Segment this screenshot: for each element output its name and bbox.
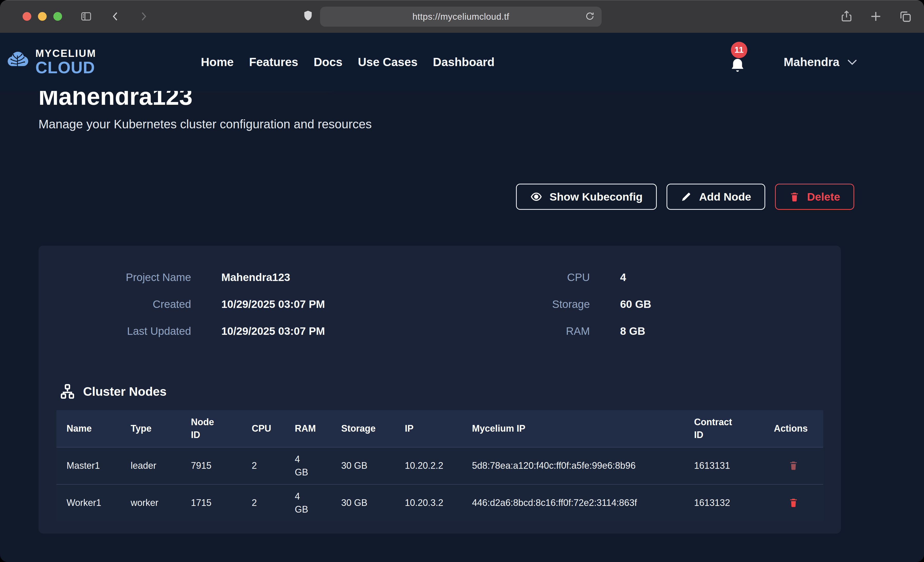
network-icon (60, 383, 75, 399)
add-node-label: Add Node (699, 191, 751, 203)
user-menu[interactable]: Mahendra (784, 55, 857, 69)
node-ram: 4 GB (285, 448, 331, 483)
maximize-window-button[interactable] (53, 12, 62, 21)
node-cpu: 2 (242, 492, 285, 514)
header-actions: Actions (764, 417, 823, 439)
user-name: Mahendra (784, 55, 839, 69)
node-ram: 4 GB (285, 486, 331, 520)
header-node-id: Node ID (181, 411, 242, 446)
nav-link-dashboard[interactable]: Dashboard (433, 55, 495, 69)
notifications-button[interactable]: 11 (728, 48, 747, 76)
cluster-nodes-table: Name Type Node ID CPU RAM Storage IP Myc… (56, 410, 823, 521)
browser-toolbar: https://myceliumcloud.tf (0, 0, 924, 33)
tab-overview-icon[interactable] (898, 9, 912, 24)
header-cpu: CPU (242, 417, 285, 439)
node-contract-id: 1613131 (684, 455, 764, 477)
main-navigation: Home Features Docs Use Cases Dashboard (201, 55, 495, 69)
node-id: 7915 (181, 455, 242, 477)
trash-icon (789, 191, 800, 202)
url-text: https://myceliumcloud.tf (412, 12, 509, 22)
header-mycelium-ip: Mycelium IP (462, 417, 684, 439)
ram-label: RAM (489, 325, 590, 337)
detail-row: Created 10/29/2025 03:07 PM (39, 298, 325, 311)
table-row: Master1 leader 7915 2 4 GB 30 GB 10.20.2… (56, 447, 823, 484)
node-contract-id: 1613132 (684, 492, 764, 514)
site-navbar: MYCELIUM CLOUD Home Features Docs Use Ca… (0, 33, 924, 91)
nav-link-use-cases[interactable]: Use Cases (358, 55, 417, 69)
address-bar[interactable]: https://myceliumcloud.tf (320, 7, 602, 27)
row-actions (764, 456, 823, 476)
nav-link-home[interactable]: Home (201, 55, 234, 69)
row-actions (764, 493, 823, 513)
trash-icon (788, 460, 799, 471)
delete-cluster-button[interactable]: Delete (775, 184, 854, 210)
new-tab-icon[interactable] (869, 9, 882, 24)
minimize-window-button[interactable] (38, 12, 46, 21)
header-contract-id: Contract ID (684, 411, 764, 446)
detail-row: Last Updated 10/29/2025 03:07 PM (39, 325, 325, 337)
node-type: leader (120, 455, 181, 477)
delete-node-button[interactable] (788, 498, 799, 508)
details-left-column: Project Name Mahendra123 Created 10/29/2… (39, 271, 325, 337)
delete-label: Delete (807, 191, 840, 203)
header-ram: RAM (285, 417, 331, 439)
cluster-detail-page: Mahendra123 Manage your Kubernetes clust… (0, 83, 924, 554)
node-cpu: 2 (242, 455, 285, 477)
project-name-label: Project Name (39, 271, 191, 284)
header-ip: IP (394, 417, 462, 439)
logo-text: MYCELIUM CLOUD (35, 48, 96, 76)
table-header-row: Name Type Node ID CPU RAM Storage IP Myc… (56, 410, 823, 447)
created-label: Created (39, 298, 191, 311)
detail-row: CPU 4 (489, 271, 651, 284)
header-name: Name (56, 417, 120, 439)
node-id: 1715 (181, 492, 242, 514)
forward-icon[interactable] (138, 9, 149, 24)
table-row: Worker1 worker 1715 2 4 GB 30 GB 10.20.3… (56, 484, 823, 521)
project-name-value: Mahendra123 (221, 271, 290, 284)
show-kubeconfig-label: Show Kubeconfig (550, 191, 643, 203)
bell-icon (729, 56, 747, 76)
share-icon[interactable] (840, 9, 853, 24)
logo-line1: MYCELIUM (35, 48, 96, 58)
eye-icon (530, 191, 542, 203)
node-name: Worker1 (56, 492, 120, 514)
reload-icon[interactable] (585, 10, 595, 23)
storage-value: 60 GB (620, 298, 651, 311)
cluster-info-panel: Project Name Mahendra123 Created 10/29/2… (39, 246, 841, 534)
pencil-icon (681, 191, 692, 202)
details-right-column: CPU 4 Storage 60 GB RAM 8 GB (489, 271, 651, 337)
node-type: worker (120, 492, 181, 514)
navbar-right: 11 Mahendra (728, 48, 857, 76)
mycelium-cloud-logo[interactable]: MYCELIUM CLOUD (6, 48, 96, 76)
node-mycelium-ip: 5d8:78ea:a120:f40c:ff0f:a5fe:99e6:8b96 (462, 455, 684, 477)
nav-link-features[interactable]: Features (249, 55, 298, 69)
chevron-down-icon (847, 59, 857, 67)
cluster-actions: Show Kubeconfig Add Node Delete (39, 184, 885, 210)
created-value: 10/29/2025 03:07 PM (221, 298, 325, 311)
privacy-shield-icon[interactable] (302, 8, 314, 25)
cpu-label: CPU (489, 271, 590, 284)
sidebar-toggle-icon[interactable] (80, 10, 93, 22)
cluster-details: Project Name Mahendra123 Created 10/29/2… (39, 271, 841, 379)
delete-node-button[interactable] (788, 460, 799, 471)
window-controls (22, 12, 62, 21)
nav-link-docs[interactable]: Docs (314, 55, 342, 69)
browser-window: https://myceliumcloud.tf (0, 0, 924, 562)
add-node-button[interactable]: Add Node (666, 184, 765, 210)
page-subtitle: Manage your Kubernetes cluster configura… (39, 117, 885, 131)
node-storage: 30 GB (331, 492, 394, 514)
header-storage: Storage (331, 417, 394, 439)
node-ip: 10.20.3.2 (394, 492, 462, 514)
storage-label: Storage (489, 298, 590, 311)
last-updated-value: 10/29/2025 03:07 PM (221, 325, 325, 337)
notification-badge: 11 (731, 42, 747, 58)
toolbar-right-icons (840, 0, 912, 33)
header-type: Type (120, 417, 181, 439)
last-updated-label: Last Updated (39, 325, 191, 337)
back-icon[interactable] (110, 9, 121, 24)
detail-row: Project Name Mahendra123 (39, 271, 325, 284)
detail-row: RAM 8 GB (489, 325, 651, 337)
close-window-button[interactable] (22, 12, 31, 21)
show-kubeconfig-button[interactable]: Show Kubeconfig (516, 184, 657, 210)
node-mycelium-ip: 446:d2a6:8bcd:8c16:ff0f:72e2:3114:863f (462, 492, 684, 514)
